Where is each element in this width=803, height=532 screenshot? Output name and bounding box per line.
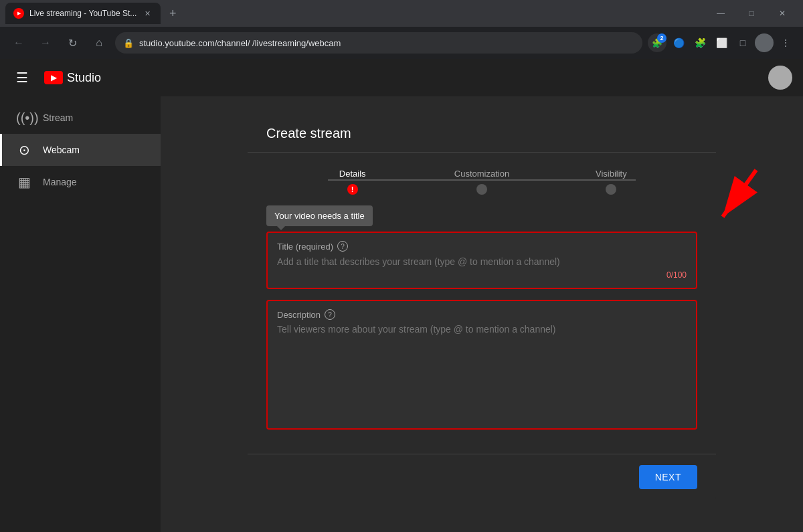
address-text: studio.youtube.com/channel/ /livestreami…: [139, 38, 634, 48]
stepper: Details ! Customization Visibility: [248, 153, 716, 195]
step-visibility: Visibility: [547, 169, 676, 195]
cast-icon[interactable]: ⬜: [712, 33, 731, 52]
step-details-label: Details: [339, 169, 366, 179]
main-wrapper: ((•)) Stream ⊙ Webcam ▦ Manage ⚑ Send fe…: [0, 96, 803, 532]
tab-bar: Live streaming - YouTube St... ✕ + — □ ✕: [0, 0, 803, 27]
active-tab[interactable]: Live streaming - YouTube St... ✕: [5, 3, 161, 24]
step-customization-dot: [476, 184, 487, 195]
description-label: Description ?: [277, 309, 687, 320]
menu-icon[interactable]: ⋮: [776, 33, 795, 52]
hamburger-menu-icon[interactable]: ☰: [11, 64, 33, 91]
sidebar-item-stream-label: Stream: [43, 112, 73, 123]
stream-icon: ((•)): [16, 110, 32, 126]
extension-badge-1[interactable]: 🧩 2: [648, 33, 666, 52]
modal-title: Create stream: [248, 110, 716, 153]
profile-icon[interactable]: □: [733, 33, 752, 52]
title-field-group: Title (required) ? 0/100: [266, 232, 697, 289]
tab-close-button[interactable]: ✕: [142, 8, 153, 19]
create-stream-modal: Create stream Details ! Customization Vi…: [248, 110, 716, 500]
title-counter: 0/100: [277, 270, 687, 280]
step-customization-label: Customization: [454, 169, 509, 179]
title-help-icon[interactable]: ?: [337, 241, 348, 252]
maximize-button[interactable]: □: [736, 0, 767, 27]
webcam-icon: ⊙: [16, 142, 32, 158]
studio-text: Studio: [67, 71, 101, 85]
extensions-area: 🧩 2 🔵 🧩 ⬜ □ ⋮: [648, 33, 795, 52]
tooltip-wrapper: Your video needs a title: [248, 195, 716, 232]
sidebar-item-webcam[interactable]: ⊙ Webcam: [0, 134, 161, 166]
youtube-studio-logo: ▶ Studio: [44, 71, 101, 85]
manage-icon: ▦: [16, 174, 32, 190]
tab-title: Live streaming - YouTube St...: [29, 9, 137, 18]
title-input[interactable]: [277, 256, 687, 267]
sidebar-item-webcam-label: Webcam: [43, 145, 80, 155]
validation-tooltip: Your video needs a title: [266, 205, 373, 226]
forward-button[interactable]: →: [35, 32, 56, 54]
description-textarea[interactable]: [277, 324, 687, 418]
sidebar: ((•)) Stream ⊙ Webcam ▦ Manage ⚑ Send fe…: [0, 96, 161, 532]
content-area: Create stream Details ! Customization Vi…: [161, 96, 803, 532]
app-header: ☰ ▶ Studio: [0, 59, 803, 96]
minimize-button[interactable]: —: [705, 0, 736, 27]
extension-icon-2[interactable]: 🧩: [691, 33, 709, 52]
step-customization: Customization: [417, 169, 546, 195]
arrow-indicator-top: [709, 163, 763, 233]
youtube-icon: ▶: [44, 71, 63, 84]
user-avatar[interactable]: [768, 66, 792, 90]
description-help-icon[interactable]: ?: [325, 309, 335, 320]
browser-avatar[interactable]: [755, 33, 774, 52]
sidebar-item-manage[interactable]: ▦ Manage: [0, 166, 161, 198]
sidebar-item-manage-label: Manage: [43, 177, 77, 187]
description-field-group: Description ?: [266, 300, 697, 430]
modal-footer: NEXT: [248, 454, 716, 500]
address-bar[interactable]: 🔒 studio.youtube.com/channel/ /livestrea…: [115, 32, 642, 54]
sidebar-item-stream[interactable]: ((•)) Stream: [0, 102, 161, 134]
next-button[interactable]: NEXT: [639, 465, 697, 489]
nav-bar: ← → ↻ ⌂ 🔒 studio.youtube.com/channel/ /l…: [0, 27, 803, 59]
step-details-dot: !: [347, 184, 358, 195]
lock-icon: 🔒: [123, 38, 134, 48]
close-button[interactable]: ✕: [767, 0, 798, 27]
new-tab-button[interactable]: +: [163, 4, 182, 23]
browser-chrome: Live streaming - YouTube St... ✕ + — □ ✕…: [0, 0, 803, 59]
details-section: Title (required) ? 0/100 Description ?: [248, 232, 716, 454]
window-controls: — □ ✕: [705, 0, 798, 27]
step-details: Details !: [288, 169, 417, 195]
tab-favicon: [13, 8, 24, 19]
step-visibility-dot: [606, 184, 616, 195]
step-visibility-label: Visibility: [596, 169, 627, 179]
extension-icon-1[interactable]: 🔵: [669, 33, 688, 52]
title-label: Title (required) ?: [277, 241, 687, 252]
back-button[interactable]: ←: [8, 32, 29, 54]
reload-button[interactable]: ↻: [62, 32, 83, 54]
home-button[interactable]: ⌂: [88, 32, 110, 54]
